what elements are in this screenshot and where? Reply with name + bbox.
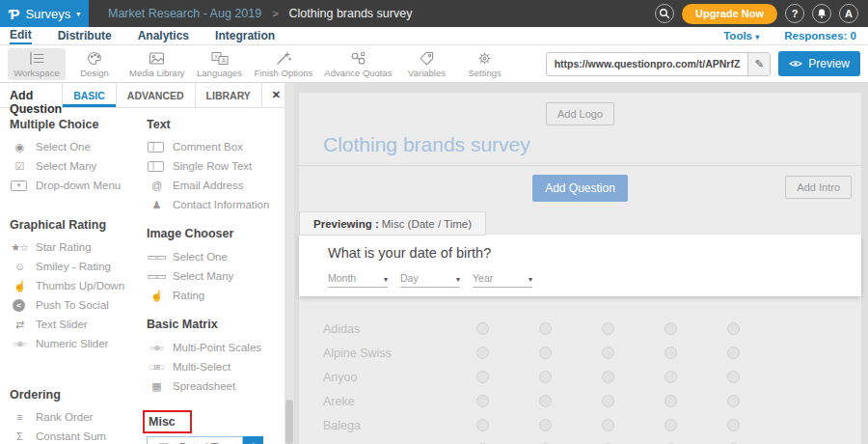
tool-media-library[interactable]: Media Library [123, 48, 191, 80]
qtype-thumbs-up-down[interactable]: ☝Thumbs Up/Down [10, 276, 145, 295]
radio-button[interactable] [665, 371, 677, 383]
radio-button[interactable] [727, 371, 740, 383]
panel-scrollbar[interactable] [285, 83, 294, 444]
tab-advanced[interactable]: ADVANCED [116, 83, 195, 107]
radio-button[interactable] [476, 322, 489, 335]
qtype-multi-select[interactable]: □⊞□Multi-Select [147, 357, 285, 376]
qtype-push-to-social[interactable]: <Push To Social [10, 295, 145, 315]
qtype-numeric-slider[interactable]: ○⊕○Numeric Slider [10, 334, 145, 353]
radio-button[interactable] [602, 322, 614, 335]
qtype-select-one[interactable]: ◉Select One [10, 137, 145, 156]
workspace-icon [28, 51, 45, 66]
radio-button[interactable] [665, 322, 677, 335]
nav-tab-edit[interactable]: Edit [10, 28, 32, 44]
tools-menu[interactable]: Tools ▾ [723, 30, 759, 42]
radio-button[interactable] [539, 419, 552, 431]
comment-box-icon: ▏ [148, 142, 164, 153]
qtype-contact-information[interactable]: ♟Contact Information [147, 195, 285, 214]
radio-button[interactable] [602, 347, 614, 359]
surveys-menu[interactable]: Ƥ Surveys ▾ [0, 0, 89, 27]
qtype-image-select-one[interactable]: ▭▭Select One [147, 247, 285, 266]
qtype-multi-point-scales[interactable]: ○⊕○Multi-Point Scales [147, 338, 285, 357]
tool-design[interactable]: Design [66, 48, 123, 80]
question-preview-panel: Previewing :Misc (Date / Time) What is y… [299, 211, 861, 296]
radio-button[interactable] [539, 347, 552, 359]
qtype-star-rating[interactable]: ★☆Star Rating [10, 237, 145, 257]
tool-settings[interactable]: Settings [456, 48, 514, 80]
account-avatar[interactable]: A [839, 4, 858, 23]
add-question-button[interactable]: Add Question [532, 175, 628, 202]
radio-button[interactable] [539, 371, 552, 383]
add-intro-button[interactable]: Add Intro [785, 176, 852, 199]
tool-variables[interactable]: Variables [398, 48, 456, 80]
previewing-type: Misc (Date / Time) [382, 218, 472, 230]
qtype-image-select-many[interactable]: ▭▭Select Many [147, 266, 285, 286]
palette-icon [87, 51, 103, 66]
radio-button[interactable] [539, 322, 552, 335]
radio-button[interactable] [602, 371, 614, 383]
radio-button[interactable] [539, 395, 552, 407]
qtype-comment-box[interactable]: ▏Comment Box [147, 137, 285, 156]
panel-column-1: Multiple Choice ◉Select One ☑Select Many… [10, 108, 145, 444]
month-select[interactable]: Month▾ [328, 272, 388, 288]
nav-tab-analytics[interactable]: Analytics [138, 29, 189, 43]
nav-tab-distribute[interactable]: Distribute [58, 29, 112, 43]
add-logo-button[interactable]: Add Logo [546, 102, 614, 125]
qtype-spreadsheet[interactable]: ▦Spreadsheet [147, 376, 285, 396]
scrollbar-thumb[interactable] [285, 400, 293, 444]
add-date-time-button[interactable]: + [243, 436, 263, 444]
tab-basic[interactable]: BASIC [62, 83, 116, 107]
day-select[interactable]: Day▾ [400, 272, 460, 288]
qtype-smiley-rating[interactable]: ☺Smiley - Rating [10, 257, 145, 276]
radio-button[interactable] [665, 419, 677, 431]
qtype-single-row-text[interactable]: ▏Single Row Text [147, 156, 285, 176]
radio-button[interactable] [727, 395, 740, 407]
radio-button[interactable] [665, 347, 677, 359]
tool-finish-options[interactable]: Finish Options [249, 48, 319, 80]
radio-button[interactable] [476, 347, 489, 359]
help-button[interactable]: ? [785, 4, 804, 23]
radio-button[interactable] [602, 419, 614, 431]
chevron-down-icon: ▾ [755, 33, 759, 42]
panel-title: Add Question [0, 83, 62, 107]
upgrade-now-button[interactable]: Upgrade Now [682, 4, 777, 24]
slider-icon: ⇄ [10, 319, 29, 331]
qtype-text-slider[interactable]: ⇄Text Slider [10, 315, 145, 334]
edit-pencil-icon[interactable]: ✎ [747, 53, 770, 75]
radio-button[interactable] [665, 395, 677, 407]
group-title: Misc [149, 415, 176, 429]
qtype-dropdown-menu[interactable]: ▾Drop-down Menu [10, 176, 145, 195]
search-button[interactable] [655, 4, 674, 23]
radio-button[interactable] [476, 371, 489, 383]
qtype-image-rating[interactable]: ☝Rating [147, 286, 285, 305]
tool-advance-quotas[interactable]: Advance Quotas [318, 48, 397, 80]
tab-library[interactable]: LIBRARY [195, 83, 261, 107]
qtype-select-many[interactable]: ☑Select Many [10, 156, 145, 176]
radio-button[interactable] [602, 395, 614, 407]
qtype-rank-order[interactable]: ≡Rank Order [10, 407, 145, 427]
chevron-down-icon: ▾ [76, 10, 80, 18]
matrix-row-label: Adidas [323, 322, 451, 336]
responses-link[interactable]: Responses: 0 [784, 30, 856, 42]
panel-body: Multiple Choice ◉Select One ☑Select Many… [0, 108, 285, 444]
breadcrumb-project[interactable]: Market Research - Aug 2019 [108, 7, 261, 20]
survey-title[interactable]: Clothing brands survey [299, 125, 861, 166]
nav-tab-integration[interactable]: Integration [215, 29, 275, 43]
radio-button[interactable] [476, 419, 489, 431]
radio-button[interactable] [476, 395, 489, 407]
svg-text:A: A [221, 57, 226, 64]
preview-button[interactable]: Preview [778, 51, 860, 76]
radio-button[interactable] [727, 347, 740, 359]
qtype-constant-sum[interactable]: ΣConstant Sum [10, 427, 145, 444]
group-graphical-rating: Graphical Rating ★☆Star Rating ☺Smiley -… [10, 218, 145, 353]
radio-button[interactable] [727, 322, 740, 335]
tool-workspace[interactable]: Workspace [8, 48, 66, 80]
tool-languages[interactable]: xA Languages [191, 48, 249, 80]
qtype-date-time[interactable]: ▤Date / Time + [147, 436, 263, 444]
year-select[interactable]: Year▾ [473, 272, 532, 288]
qtype-email-address[interactable]: @Email Address [147, 176, 285, 195]
survey-url-field[interactable]: https://www.questionpro.com/t/APNrfZ ✎ [546, 52, 772, 76]
notifications-button[interactable] [812, 4, 831, 23]
misc-annotation-highlight: Misc [143, 410, 192, 433]
radio-button[interactable] [727, 419, 740, 431]
